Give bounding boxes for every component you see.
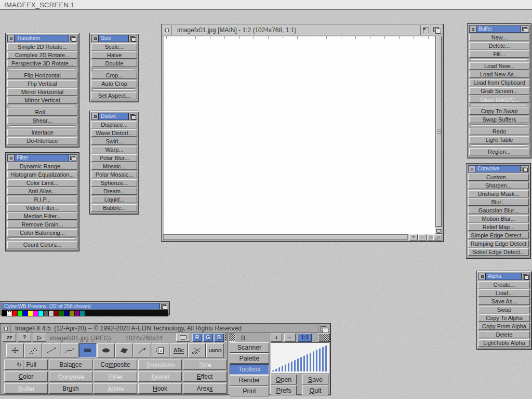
move-tool[interactable] (6, 343, 24, 357)
histogram-equalization-button[interactable]: Histogram Equalization... (7, 171, 77, 178)
green-channel-toggle[interactable]: G (203, 334, 213, 342)
palette-swatch[interactable] (23, 311, 28, 316)
scale-button[interactable]: Scale... (91, 43, 137, 50)
color-button[interactable]: Color (4, 371, 48, 382)
palette-swatch[interactable] (75, 311, 79, 316)
help-button[interactable]: ? (18, 334, 31, 342)
pattern-button[interactable] (318, 334, 330, 342)
oval-tool[interactable] (97, 343, 115, 357)
palette-swatch[interactable] (101, 311, 105, 316)
auto-crop-button[interactable]: Auto Crop (91, 80, 137, 87)
polar-blur-button[interactable]: Polar Blur... (91, 154, 137, 162)
load-button[interactable]: Load... (478, 289, 530, 297)
flip-vertical-button[interactable]: Flip Vertical (7, 80, 77, 87)
spherize-button[interactable]: Spherize... (91, 179, 137, 187)
palette-swatch[interactable] (132, 311, 137, 316)
buffer-titlebar[interactable]: Buffer (469, 25, 529, 33)
play-button[interactable]: ▷ (33, 334, 46, 342)
redo-button[interactable]: Redo (469, 128, 529, 135)
unsharp-mask-button[interactable]: Unsharp Mask... (468, 190, 529, 197)
swirl-button[interactable]: Swirl... (91, 138, 137, 145)
curve-tool[interactable] (61, 343, 78, 357)
dynamic-range-button[interactable]: Dynamic Range... (7, 163, 77, 170)
palette-swatch[interactable] (127, 311, 131, 316)
zoom-in-button[interactable]: + (271, 334, 282, 342)
remove-grain-button[interactable]: Remove Grain... (7, 221, 77, 228)
save-button[interactable]: Save (302, 375, 328, 384)
open-button[interactable]: Open (271, 375, 297, 384)
transform-titlebar[interactable]: Transform (7, 35, 77, 42)
palette-titlebar[interactable]: CyberWB Preview: (32 of 256 shown) (2, 303, 168, 310)
palette-swatch[interactable] (148, 311, 152, 316)
hook-button[interactable]: Hook (138, 383, 182, 394)
palette-swatch[interactable] (18, 311, 22, 316)
close-icon[interactable] (8, 35, 15, 42)
horizontal-scrollbar-knob[interactable] (164, 235, 407, 240)
brush-button[interactable]: Brush (49, 383, 92, 394)
scanner-button[interactable]: Scanner (230, 342, 269, 353)
palette-swatch[interactable] (137, 311, 142, 316)
light-table-button[interactable]: Light Table (469, 136, 529, 143)
palette-swatch[interactable] (116, 311, 121, 316)
load-new-as-button[interactable]: Load New As... (469, 71, 529, 78)
palette-swatch[interactable] (70, 311, 74, 316)
shear-button[interactable]: Shear... (7, 117, 77, 124)
depth-icon[interactable] (520, 166, 528, 172)
prefs-button[interactable]: Prefs (271, 385, 297, 395)
interlace-button[interactable]: Interlace (7, 129, 77, 136)
new-button[interactable]: New... (469, 34, 529, 41)
roll-button[interactable]: Roll... (7, 109, 77, 116)
close-icon[interactable] (92, 113, 99, 119)
undo-button[interactable]: UNDO (206, 343, 224, 357)
zoom-out-button[interactable]: − (284, 334, 296, 342)
clipboard-tool[interactable]: a (152, 343, 169, 357)
screen-mode-icon[interactable] (435, 228, 442, 234)
dither-preview-swatch[interactable] (225, 334, 235, 342)
set-aspect-button[interactable]: Set Aspect... (91, 92, 137, 99)
palette-swatch[interactable] (38, 311, 43, 316)
line-tool[interactable] (43, 343, 60, 357)
copy-to-alpha-button[interactable]: Copy To Alpha (478, 314, 530, 322)
depth-icon[interactable] (318, 325, 329, 332)
depth-icon[interactable] (128, 113, 137, 119)
color-limit-button[interactable]: Color Limit... (7, 179, 77, 187)
resize-handle[interactable] (433, 234, 442, 241)
wave-distort-button[interactable]: Wave Distort... (91, 129, 137, 137)
freehand-draw-tool[interactable] (134, 343, 151, 357)
flip-horizontal-button[interactable]: Flip Horizontal (7, 72, 77, 79)
create-button[interactable]: Create... (478, 281, 530, 288)
lighttable-alpha-button[interactable]: LightTable Alpha (478, 339, 530, 347)
palette-swatch-selected[interactable] (7, 311, 12, 316)
palette-swatch[interactable] (96, 311, 100, 316)
de-interlace-button[interactable]: De-Interlace (7, 137, 77, 144)
simple-2d-rotate-button[interactable]: Simple 2D Rotate... (7, 43, 77, 50)
ramping-edge-detect-button[interactable]: Ramping Edge Detect (468, 240, 529, 247)
close-icon[interactable] (8, 155, 15, 161)
palette-swatch[interactable] (158, 311, 163, 316)
balance-button[interactable]: Balance (49, 360, 92, 370)
palette-swatch[interactable] (64, 311, 69, 316)
close-icon[interactable] (2, 325, 11, 332)
save-as-button[interactable]: Save As... (478, 298, 530, 305)
palette-swatch[interactable] (54, 311, 59, 316)
close-icon[interactable] (479, 273, 486, 280)
depth-icon[interactable] (431, 25, 442, 35)
zoom-out-button[interactable]: − (418, 234, 427, 241)
sobel-edge-detect-button[interactable]: Sobel Edge Detect... (468, 248, 529, 256)
alpha-titlebar[interactable]: Alpha (478, 273, 530, 280)
vertical-scrollbar-knob[interactable] (436, 36, 442, 227)
render-button[interactable]: Render (230, 375, 269, 385)
image-canvas[interactable] (163, 36, 435, 234)
palette-swatch[interactable] (80, 311, 85, 316)
toolbox-button-selected[interactable]: Toolbox (230, 364, 269, 375)
vertical-scrollbar[interactable] (435, 36, 442, 227)
palette-swatch[interactable] (85, 311, 90, 316)
convolve-titlebar[interactable]: Convolve (468, 165, 529, 172)
palette-swatch[interactable] (106, 311, 111, 316)
load-new-button[interactable]: Load New... (469, 62, 529, 70)
copy-from-alpha-button[interactable]: Copy From Alpha (478, 323, 530, 330)
delete-button[interactable]: Delete... (469, 42, 529, 49)
palette-swatch[interactable] (142, 311, 147, 316)
mirror-vertical-button[interactable]: Mirror Vertical (7, 97, 77, 104)
polygon-tool[interactable] (115, 343, 133, 357)
